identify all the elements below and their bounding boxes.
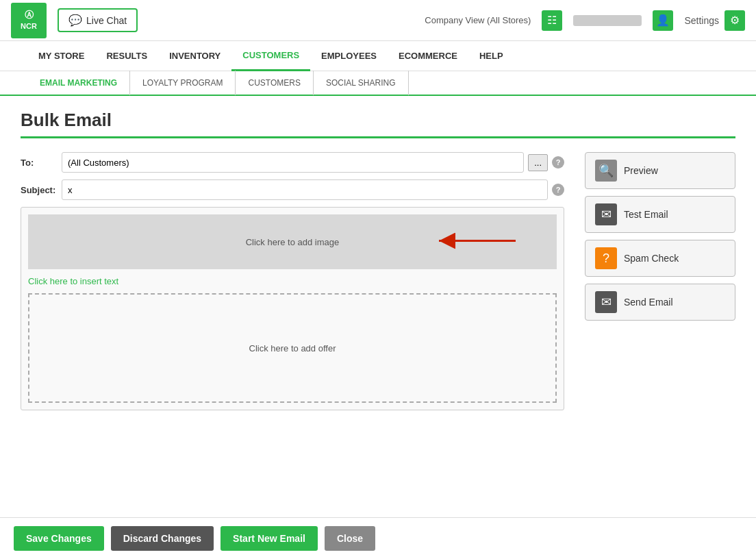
preview-button[interactable]: 🔍 Preview <box>585 152 735 189</box>
page-title: Bulk Email <box>21 110 735 131</box>
preview-label: Preview <box>624 165 658 176</box>
title-underline <box>21 136 735 138</box>
insert-text[interactable]: Click here to insert text <box>28 276 557 286</box>
test-email-button[interactable]: ✉ Test Email <box>585 196 735 233</box>
to-help-icon[interactable]: ? <box>552 156 564 169</box>
preview-icon: 🔍 <box>595 160 617 182</box>
form-left: To: ... ? Subject: ? Click here <box>21 152 564 410</box>
subject-help-icon[interactable]: ? <box>552 184 564 196</box>
user-icon-button[interactable]: 👤 <box>653 10 673 31</box>
to-row: To: ... ? <box>21 152 564 173</box>
email-editor: Click here to add image <box>21 207 564 410</box>
subject-label: Subject: <box>21 185 62 195</box>
top-header: ⒶNCR 💬 Live Chat Company View (All Store… <box>0 0 756 41</box>
send-email-icon: ✉ <box>595 291 617 313</box>
subnav-loyalty-program[interactable]: LOYALTY PROGRAM <box>130 71 236 95</box>
to-dots-button[interactable]: ... <box>528 154 548 171</box>
red-arrow <box>433 233 516 251</box>
nav-help[interactable]: HELP <box>468 41 514 71</box>
to-input[interactable] <box>62 152 524 173</box>
test-email-icon: ✉ <box>595 203 617 225</box>
company-view-label: Company View (All Stores) <box>425 15 531 25</box>
send-email-button[interactable]: ✉ Send Email <box>585 284 735 321</box>
settings-label: Settings <box>684 15 719 26</box>
nav-my-store[interactable]: MY STORE <box>27 41 95 71</box>
bottom-bar: Save Changes Discard Changes Start New E… <box>0 517 756 518</box>
send-email-label: Send Email <box>624 297 673 308</box>
live-chat-label: Live Chat <box>86 15 127 26</box>
nav-ecommerce[interactable]: ECOMMERCE <box>388 41 468 71</box>
form-right: 🔍 Preview ✉ Test Email ? Spam Check ✉ Se… <box>585 152 735 410</box>
offer-area[interactable]: Click here to add offer <box>28 293 557 403</box>
user-name-blurred <box>573 15 642 26</box>
to-input-wrapper: ... ? <box>62 152 564 173</box>
spam-check-label: Spam Check <box>624 253 679 264</box>
subject-input-wrapper: ? <box>62 179 564 200</box>
ncr-logo: ⒶNCR <box>11 3 47 38</box>
sub-nav: EMAIL MARKETING LOYALTY PROGRAM CUSTOMER… <box>0 71 756 96</box>
subject-input[interactable] <box>62 179 548 200</box>
spam-check-icon: ? <box>595 247 617 269</box>
nav-customers[interactable]: CUSTOMERS <box>231 41 310 71</box>
page-content: Bulk Email To: ... ? Subject: ? <box>0 96 756 518</box>
nav-employees[interactable]: EMPLOYEES <box>310 41 388 71</box>
settings-gear-button[interactable]: ⚙ <box>724 10 745 31</box>
offer-placeholder-text: Click here to add offer <box>249 343 336 353</box>
main-nav: MY STORE RESULTS INVENTORY CUSTOMERS EMP… <box>0 41 756 71</box>
image-placeholder-text: Click here to add image <box>246 237 340 247</box>
chat-icon: 💬 <box>68 14 82 27</box>
form-section: To: ... ? Subject: ? Click here <box>21 152 735 410</box>
subnav-customers[interactable]: CUSTOMERS <box>236 71 313 95</box>
nav-results[interactable]: RESULTS <box>95 41 158 71</box>
settings-area: Settings ⚙ <box>684 10 745 31</box>
subnav-email-marketing[interactable]: EMAIL MARKETING <box>27 71 130 95</box>
store-icon-button[interactable]: ☷ <box>542 10 562 31</box>
nav-inventory[interactable]: INVENTORY <box>158 41 231 71</box>
spam-check-button[interactable]: ? Spam Check <box>585 240 735 277</box>
to-label: To: <box>21 158 62 168</box>
subject-row: Subject: ? <box>21 179 564 200</box>
live-chat-button[interactable]: 💬 Live Chat <box>58 8 138 32</box>
image-area[interactable]: Click here to add image <box>28 214 557 269</box>
test-email-label: Test Email <box>624 209 668 220</box>
header-right: Company View (All Stores) ☷ 👤 Settings ⚙ <box>425 10 745 31</box>
subnav-social-sharing[interactable]: SOCIAL SHARING <box>314 71 409 95</box>
